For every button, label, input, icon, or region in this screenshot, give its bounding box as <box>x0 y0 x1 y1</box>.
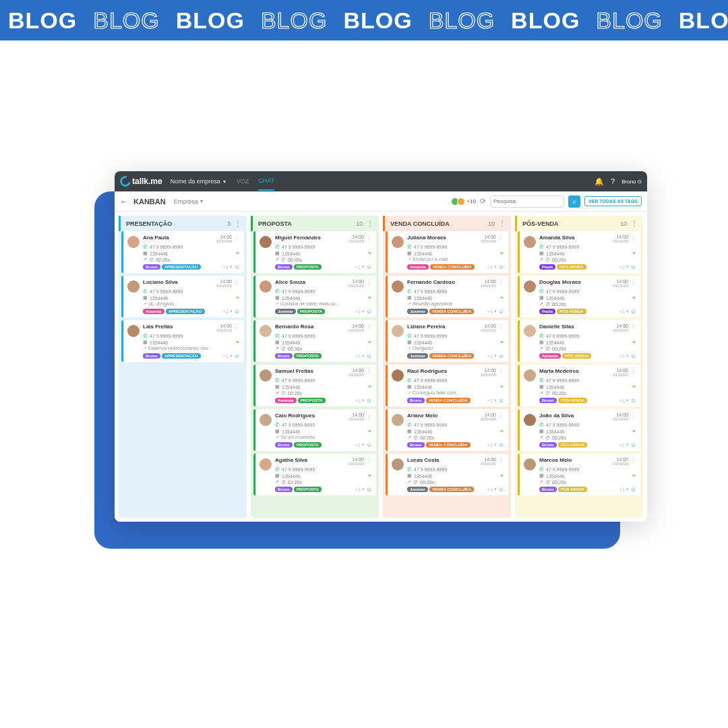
user-avatar-stack[interactable]: +10 <box>453 198 476 206</box>
kanban-column[interactable]: PÓS-VENDA 10 ⋮ Amanda Silva 14:00 19/19/… <box>515 216 643 518</box>
leaf-icon: ❧ <box>632 384 636 390</box>
chevron-down-icon[interactable]: ▾ <box>494 487 497 492</box>
chevron-down-icon[interactable]: ▾ <box>626 309 629 314</box>
card-phone: 47 9 9999-9999 <box>414 289 447 294</box>
kanban-card[interactable]: Marcos Melo 14:00 19/19/20 ⋮ ✆47 9 9999-… <box>518 454 640 495</box>
kanban-card[interactable]: Luciano Silva 14:00 19/19/20 ⋮ ✆47 9 999… <box>121 276 244 317</box>
company-filter[interactable]: Empresa ▾ <box>174 198 203 205</box>
kanban-card[interactable]: Samuel Freitas 14:00 19/19/20 ⋮ ✆47 9 99… <box>253 365 376 406</box>
card-menu-icon[interactable]: ⋮ <box>498 279 504 286</box>
view-all-tags-button[interactable]: VER TODAS AS TAGS <box>584 196 642 206</box>
chevron-down-icon[interactable]: ▾ <box>362 309 365 314</box>
card-message: ↗ ok, obrigado <box>143 301 240 307</box>
kanban-column[interactable]: PRESENTAÇÃO 3 ⋮ Ana Paula 14:00 19/19/20… <box>119 216 247 518</box>
kanban-card[interactable]: Fernando Cardoso 14:00 19/19/20 ⋮ ✆47 9 … <box>386 276 508 317</box>
column-menu-icon[interactable]: ⋮ <box>235 220 241 227</box>
card-menu-icon[interactable]: ⋮ <box>498 235 504 241</box>
card-menu-icon[interactable]: ⋮ <box>234 279 240 286</box>
kanban-card[interactable]: Ariane Melo 14:00 19/19/20 ⋮ ✆47 9 9999-… <box>386 409 508 451</box>
column-menu-icon[interactable]: ⋮ <box>367 220 373 227</box>
user-name[interactable]: Bruno G <box>621 179 642 185</box>
logo[interactable]: tallk.me <box>120 176 162 187</box>
kanban-card[interactable]: Danielle Silas 14:00 19/19/20 ⋮ ✆47 9 99… <box>518 320 640 362</box>
leaf-icon: ❧ <box>367 339 372 345</box>
card-menu-icon[interactable]: ⋮ <box>630 279 636 286</box>
kanban-card[interactable]: Amanda Silva 14:00 19/19/20 ⋮ ✆47 9 9999… <box>518 231 640 273</box>
kanban-card[interactable]: Marta Medeiros 14:00 19/19/20 ⋮ ✆47 9 99… <box>518 365 640 406</box>
card-protocol: 1354446 <box>150 251 168 256</box>
chevron-down-icon[interactable]: ▾ <box>494 309 497 314</box>
card-menu-icon[interactable]: ⋮ <box>630 413 636 419</box>
kanban-card[interactable]: Juliana Moraes 14:00 19/19/20 ⋮ ✆47 9 99… <box>386 231 508 273</box>
kanban-card[interactable]: Caio Rodrigues 14:00 19/19/20 ⋮ ✆47 9 99… <box>253 409 376 451</box>
chevron-down-icon[interactable]: ▾ <box>626 442 629 448</box>
chevron-down-icon[interactable]: ▾ <box>626 398 629 403</box>
chevron-down-icon[interactable]: ▾ <box>494 398 497 403</box>
company-dropdown[interactable]: Nome da empresa ▾ <box>171 178 226 185</box>
kanban-card[interactable]: Bernardo Rosa 14:00 19/19/20 ⋮ ✆47 9 999… <box>253 320 376 362</box>
nav-chat[interactable]: CHAT <box>258 177 274 191</box>
card-menu-icon[interactable]: ⋮ <box>366 324 372 330</box>
chevron-down-icon[interactable]: ▾ <box>626 487 629 492</box>
kanban-card[interactable]: Douglas Moraes 14:00 19/19/20 ⋮ ✆47 9 99… <box>518 276 640 317</box>
card-time: 14:00 <box>613 457 628 462</box>
chevron-down-icon[interactable]: ▾ <box>230 264 233 270</box>
kanban-card[interactable]: Lucas Costa 14:00 19/19/20 ⋮ ✆47 9 9999-… <box>386 454 508 495</box>
search-input[interactable] <box>490 195 564 208</box>
card-menu-icon[interactable]: ⋮ <box>498 368 504 375</box>
kanban-column[interactable]: VENDA CONCLUÍDA 10 ⋮ Juliana Moraes 14:0… <box>383 216 511 518</box>
card-menu-icon[interactable]: ⋮ <box>630 368 636 375</box>
card-phone: 47 9 9999-9999 <box>282 423 315 427</box>
bell-icon[interactable]: 🔔 <box>595 177 604 186</box>
smile-icon: ☺ <box>630 442 636 448</box>
avatar <box>260 414 272 426</box>
kanban-card[interactable]: Lais Freitas 14:00 19/19/20 ⋮ ✆47 9 9999… <box>121 320 244 362</box>
chevron-down-icon[interactable]: ▾ <box>362 442 365 448</box>
chevron-down-icon[interactable]: ▾ <box>362 264 365 270</box>
chevron-down-icon[interactable]: ▾ <box>362 487 365 492</box>
column-menu-icon[interactable]: ⋮ <box>631 220 638 227</box>
protocol-icon: ▦ <box>275 429 280 434</box>
card-menu-icon[interactable]: ⋮ <box>630 457 636 464</box>
card-menu-icon[interactable]: ⋮ <box>366 368 372 375</box>
chevron-down-icon[interactable]: ▾ <box>230 309 233 314</box>
card-menu-icon[interactable]: ⋮ <box>366 413 372 419</box>
card-menu-icon[interactable]: ⋮ <box>366 279 372 286</box>
card-menu-icon[interactable]: ⋮ <box>234 235 240 241</box>
chevron-down-icon[interactable]: ▾ <box>494 264 497 270</box>
logo-icon <box>118 174 133 189</box>
back-arrow-icon[interactable]: ← <box>120 197 128 206</box>
search-button[interactable]: ⌕ <box>568 195 580 208</box>
refresh-icon[interactable]: ⟳ <box>480 197 486 206</box>
kanban-card[interactable]: João da Silva 14:00 19/19/20 ⋮ ✆47 9 999… <box>518 409 640 451</box>
chevron-down-icon[interactable]: ▾ <box>362 353 365 359</box>
kanban-card[interactable]: Ana Paula 14:00 19/19/20 ⋮ ✆47 9 9999-99… <box>121 231 244 273</box>
app-window: tallk.me Nome da empresa ▾ VOZ CHAT 🔔 ? … <box>115 171 647 522</box>
card-name: Douglas Moraes <box>539 279 613 285</box>
arrow-icon: ↗ <box>539 390 543 396</box>
chevron-down-icon[interactable]: ▾ <box>230 353 233 359</box>
chevron-down-icon[interactable]: ▾ <box>494 353 497 359</box>
card-menu-icon[interactable]: ⋮ <box>366 235 372 241</box>
kanban-card[interactable]: Alice Souza 14:00 19/19/20 ⋮ ✆47 9 9999-… <box>253 276 376 317</box>
kanban-column[interactable]: PROPOSTA 10 ⋮ Miguel Fernandes 14:00 19/… <box>251 216 379 518</box>
chevron-down-icon[interactable]: ▾ <box>494 442 497 448</box>
card-menu-icon[interactable]: ⋮ <box>234 324 240 330</box>
card-menu-icon[interactable]: ⋮ <box>498 413 504 419</box>
help-icon[interactable]: ? <box>611 177 615 185</box>
stage-tag: VENDA CONCLUÍDA <box>426 398 471 403</box>
card-menu-icon[interactable]: ⋮ <box>498 457 504 464</box>
nav-voz[interactable]: VOZ <box>237 178 249 185</box>
chevron-down-icon[interactable]: ▾ <box>626 264 629 270</box>
card-menu-icon[interactable]: ⋮ <box>366 457 372 464</box>
chevron-down-icon[interactable]: ▾ <box>362 398 365 403</box>
kanban-card[interactable]: Miguel Fernandes 14:00 19/19/20 ⋮ ✆47 9 … <box>253 231 376 273</box>
kanban-card[interactable]: Raul Rodrigues 14:00 19/19/20 ⋮ ✆47 9 99… <box>386 365 508 406</box>
kanban-card[interactable]: Liziane Pereira 14:00 19/19/20 ⋮ ✆47 9 9… <box>386 320 508 362</box>
column-menu-icon[interactable]: ⋮ <box>499 220 506 227</box>
chevron-down-icon[interactable]: ▾ <box>626 353 629 359</box>
kanban-card[interactable]: Agatha Silva 14:00 19/19/20 ⋮ ✆47 9 9999… <box>253 454 376 495</box>
card-menu-icon[interactable]: ⋮ <box>630 235 636 241</box>
card-menu-icon[interactable]: ⋮ <box>498 324 504 330</box>
card-menu-icon[interactable]: ⋮ <box>630 324 636 330</box>
